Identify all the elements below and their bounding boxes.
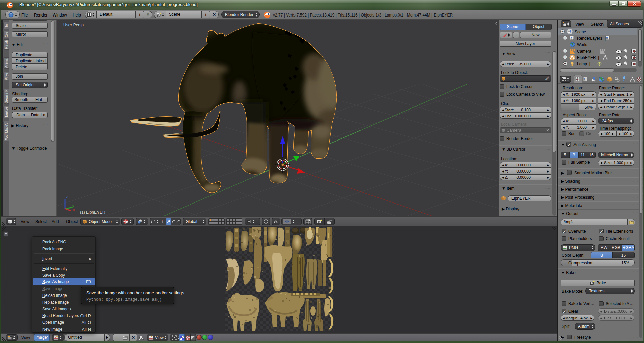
svg-text:y: y xyxy=(72,204,74,208)
svg-text:z: z xyxy=(66,195,68,199)
svg-text:x: x xyxy=(73,208,75,212)
